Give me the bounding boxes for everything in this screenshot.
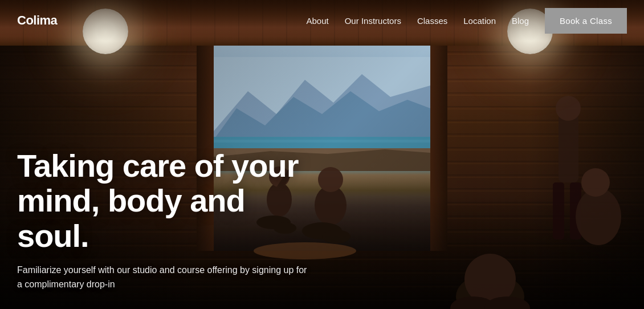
svg-point-13 xyxy=(318,167,343,192)
nav-link-instructors[interactable]: Our Instructors xyxy=(345,16,401,26)
nav-link-classes[interactable]: Classes xyxy=(417,16,447,26)
site-logo[interactable]: Colima xyxy=(17,13,57,28)
nav-link-about[interactable]: About xyxy=(307,16,329,26)
nav-link-location[interactable]: Location xyxy=(463,16,496,26)
nav-link-blog[interactable]: Blog xyxy=(512,16,529,26)
hero-section: Colima About Our Instructors Classes Loc… xyxy=(0,0,644,309)
svg-point-15 xyxy=(322,230,350,243)
hero-subtext: Familiarize yourself with our studio and… xyxy=(17,263,313,292)
svg-rect-18 xyxy=(553,182,564,239)
nav-links: About Our Instructors Classes Location B… xyxy=(307,8,627,34)
svg-point-17 xyxy=(556,96,581,121)
svg-rect-16 xyxy=(559,114,578,182)
svg-point-20 xyxy=(576,188,621,245)
navbar: Colima About Our Instructors Classes Loc… xyxy=(0,0,644,41)
hero-text-block: Taking care of your mind, body and soul.… xyxy=(17,148,313,292)
hero-headline: Taking care of your mind, body and soul. xyxy=(17,148,313,254)
book-class-button[interactable]: Book a Class xyxy=(545,8,627,34)
svg-point-21 xyxy=(581,168,610,197)
